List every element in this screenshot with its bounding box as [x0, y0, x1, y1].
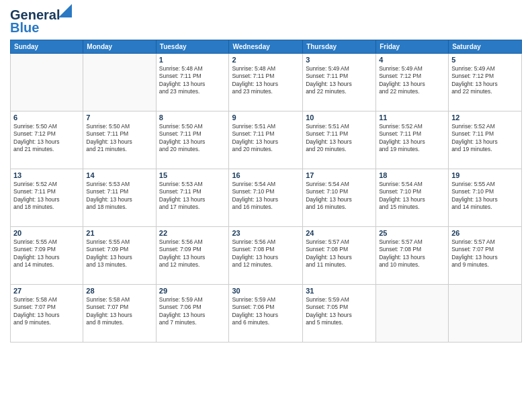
calendar-cell: 29Sunrise: 5:59 AM Sunset: 7:06 PM Dayli…	[156, 285, 229, 342]
weekday-header-wednesday: Wednesday	[229, 40, 303, 54]
day-number: 5	[451, 56, 519, 64]
week-row-5: 27Sunrise: 5:58 AM Sunset: 7:07 PM Dayli…	[11, 285, 522, 342]
calendar-cell: 8Sunrise: 5:50 AM Sunset: 7:11 PM Daylig…	[156, 111, 229, 169]
calendar-cell: 13Sunrise: 5:52 AM Sunset: 7:11 PM Dayli…	[11, 169, 83, 227]
day-info: Sunrise: 5:50 AM Sunset: 7:11 PM Dayligh…	[86, 123, 152, 154]
logo-blue: Blue	[10, 20, 39, 36]
day-info: Sunrise: 5:55 AM Sunset: 7:09 PM Dayligh…	[86, 238, 152, 269]
calendar-cell: 27Sunrise: 5:58 AM Sunset: 7:07 PM Dayli…	[11, 285, 83, 342]
day-number: 1	[159, 56, 226, 64]
calendar-cell: 11Sunrise: 5:52 AM Sunset: 7:11 PM Dayli…	[376, 111, 449, 169]
calendar-cell: 24Sunrise: 5:57 AM Sunset: 7:08 PM Dayli…	[303, 227, 376, 285]
calendar-cell: 26Sunrise: 5:57 AM Sunset: 7:07 PM Dayli…	[449, 227, 522, 285]
weekday-header-thursday: Thursday	[303, 40, 376, 54]
day-info: Sunrise: 5:59 AM Sunset: 7:06 PM Dayligh…	[159, 296, 226, 327]
day-info: Sunrise: 5:48 AM Sunset: 7:11 PM Dayligh…	[232, 65, 300, 96]
calendar-cell	[376, 285, 449, 342]
calendar-cell: 12Sunrise: 5:52 AM Sunset: 7:11 PM Dayli…	[449, 111, 522, 169]
calendar-cell: 31Sunrise: 5:59 AM Sunset: 7:05 PM Dayli…	[303, 285, 376, 342]
day-number: 6	[13, 113, 80, 122]
day-number: 12	[451, 113, 519, 122]
calendar-cell: 14Sunrise: 5:53 AM Sunset: 7:11 PM Dayli…	[83, 169, 156, 227]
weekday-header-monday: Monday	[83, 40, 156, 54]
day-info: Sunrise: 5:57 AM Sunset: 7:08 PM Dayligh…	[379, 238, 445, 269]
calendar-cell: 21Sunrise: 5:55 AM Sunset: 7:09 PM Dayli…	[83, 227, 156, 285]
calendar-cell	[11, 54, 83, 111]
calendar-cell: 4Sunrise: 5:49 AM Sunset: 7:12 PM Daylig…	[376, 54, 449, 111]
day-info: Sunrise: 5:58 AM Sunset: 7:07 PM Dayligh…	[13, 296, 80, 327]
day-number: 29	[159, 287, 226, 295]
calendar-cell: 20Sunrise: 5:55 AM Sunset: 7:09 PM Dayli…	[11, 227, 83, 285]
day-info: Sunrise: 5:52 AM Sunset: 7:11 PM Dayligh…	[451, 123, 519, 154]
day-number: 10	[306, 113, 373, 122]
day-number: 31	[306, 287, 373, 295]
calendar-cell: 10Sunrise: 5:51 AM Sunset: 7:11 PM Dayli…	[303, 111, 376, 169]
day-number: 13	[13, 171, 80, 179]
day-info: Sunrise: 5:58 AM Sunset: 7:07 PM Dayligh…	[86, 296, 152, 327]
day-number: 3	[306, 56, 373, 64]
day-info: Sunrise: 5:56 AM Sunset: 7:08 PM Dayligh…	[232, 238, 300, 269]
day-number: 30	[232, 287, 300, 295]
weekday-header-saturday: Saturday	[449, 40, 522, 54]
calendar-cell: 18Sunrise: 5:54 AM Sunset: 7:10 PM Dayli…	[376, 169, 449, 227]
calendar-cell: 9Sunrise: 5:51 AM Sunset: 7:11 PM Daylig…	[229, 111, 303, 169]
day-info: Sunrise: 5:53 AM Sunset: 7:11 PM Dayligh…	[159, 181, 226, 212]
day-number: 20	[13, 229, 80, 237]
day-info: Sunrise: 5:55 AM Sunset: 7:10 PM Dayligh…	[451, 181, 519, 212]
day-number: 4	[379, 56, 445, 64]
calendar-cell: 2Sunrise: 5:48 AM Sunset: 7:11 PM Daylig…	[229, 54, 303, 111]
header: General Blue	[10, 7, 522, 36]
day-number: 7	[86, 113, 152, 122]
calendar-cell: 5Sunrise: 5:49 AM Sunset: 7:12 PM Daylig…	[449, 54, 522, 111]
day-number: 23	[232, 229, 300, 237]
svg-marker-0	[58, 4, 72, 17]
day-info: Sunrise: 5:57 AM Sunset: 7:07 PM Dayligh…	[451, 238, 519, 269]
day-number: 11	[379, 113, 445, 122]
day-number: 27	[13, 287, 80, 295]
week-row-4: 20Sunrise: 5:55 AM Sunset: 7:09 PM Dayli…	[11, 227, 522, 285]
day-info: Sunrise: 5:54 AM Sunset: 7:10 PM Dayligh…	[232, 181, 300, 212]
calendar-cell	[83, 54, 156, 111]
day-number: 24	[306, 229, 373, 237]
calendar-cell: 23Sunrise: 5:56 AM Sunset: 7:08 PM Dayli…	[229, 227, 303, 285]
day-info: Sunrise: 5:54 AM Sunset: 7:10 PM Dayligh…	[379, 181, 445, 212]
page: General Blue SundayMondayTuesdayWednesda…	[0, 0, 532, 349]
day-number: 21	[86, 229, 152, 237]
calendar-cell: 15Sunrise: 5:53 AM Sunset: 7:11 PM Dayli…	[156, 169, 229, 227]
day-info: Sunrise: 5:48 AM Sunset: 7:11 PM Dayligh…	[159, 65, 226, 96]
calendar-cell: 22Sunrise: 5:56 AM Sunset: 7:09 PM Dayli…	[156, 227, 229, 285]
day-info: Sunrise: 5:53 AM Sunset: 7:11 PM Dayligh…	[86, 181, 152, 212]
day-number: 17	[306, 171, 373, 179]
calendar-cell: 30Sunrise: 5:59 AM Sunset: 7:06 PM Dayli…	[229, 285, 303, 342]
day-number: 28	[86, 287, 152, 295]
week-row-2: 6Sunrise: 5:50 AM Sunset: 7:12 PM Daylig…	[11, 111, 522, 169]
calendar-table: SundayMondayTuesdayWednesdayThursdayFrid…	[10, 40, 522, 342]
calendar-cell: 6Sunrise: 5:50 AM Sunset: 7:12 PM Daylig…	[11, 111, 83, 169]
day-number: 2	[232, 56, 300, 64]
day-info: Sunrise: 5:56 AM Sunset: 7:09 PM Dayligh…	[159, 238, 226, 269]
weekday-header-row: SundayMondayTuesdayWednesdayThursdayFrid…	[11, 40, 522, 54]
day-number: 22	[159, 229, 226, 237]
calendar-cell: 16Sunrise: 5:54 AM Sunset: 7:10 PM Dayli…	[229, 169, 303, 227]
calendar-cell: 17Sunrise: 5:54 AM Sunset: 7:10 PM Dayli…	[303, 169, 376, 227]
day-info: Sunrise: 5:57 AM Sunset: 7:08 PM Dayligh…	[306, 238, 373, 269]
day-info: Sunrise: 5:55 AM Sunset: 7:09 PM Dayligh…	[13, 238, 80, 269]
day-info: Sunrise: 5:52 AM Sunset: 7:11 PM Dayligh…	[379, 123, 445, 154]
day-info: Sunrise: 5:59 AM Sunset: 7:06 PM Dayligh…	[232, 296, 300, 327]
day-info: Sunrise: 5:59 AM Sunset: 7:05 PM Dayligh…	[306, 296, 373, 327]
logo: General Blue	[10, 7, 73, 36]
day-info: Sunrise: 5:54 AM Sunset: 7:10 PM Dayligh…	[306, 181, 373, 212]
day-number: 25	[379, 229, 445, 237]
day-number: 9	[232, 113, 300, 122]
day-number: 8	[159, 113, 226, 122]
week-row-1: 1Sunrise: 5:48 AM Sunset: 7:11 PM Daylig…	[11, 54, 522, 111]
day-info: Sunrise: 5:50 AM Sunset: 7:12 PM Dayligh…	[13, 123, 80, 154]
day-info: Sunrise: 5:49 AM Sunset: 7:11 PM Dayligh…	[306, 65, 373, 96]
day-number: 26	[451, 229, 519, 237]
day-info: Sunrise: 5:49 AM Sunset: 7:12 PM Dayligh…	[379, 65, 445, 96]
weekday-header-tuesday: Tuesday	[156, 40, 229, 54]
logo-triangle-icon	[58, 4, 72, 17]
calendar-cell	[449, 285, 522, 342]
day-info: Sunrise: 5:52 AM Sunset: 7:11 PM Dayligh…	[13, 181, 80, 212]
calendar-cell: 28Sunrise: 5:58 AM Sunset: 7:07 PM Dayli…	[83, 285, 156, 342]
